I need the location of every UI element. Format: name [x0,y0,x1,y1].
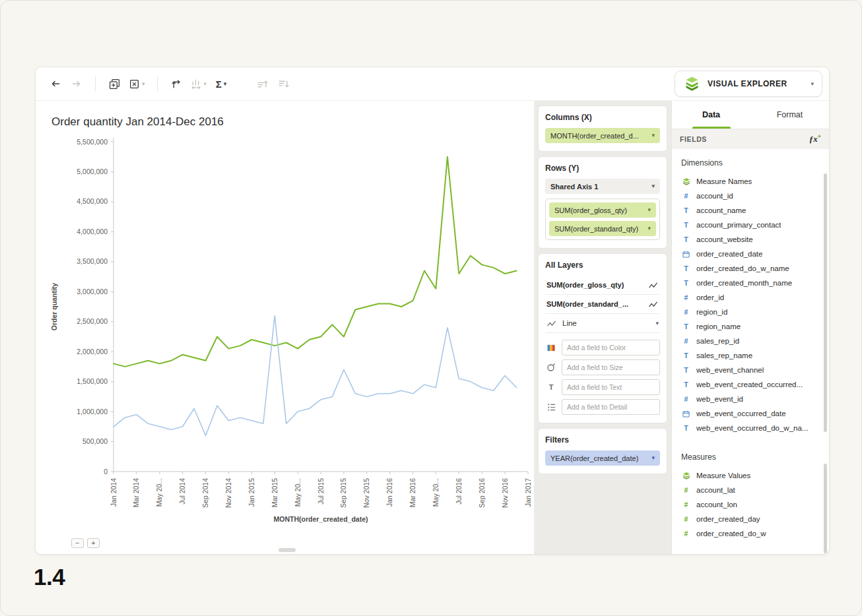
new-worksheet-icon [109,78,120,90]
rows-pill-sum-order-standard-qty[interactable]: SUM(order_standard_qty) ▾ [549,221,656,236]
new-worksheet-button[interactable] [105,74,123,94]
pill-label: YEAR(order_created_date) [550,454,638,462]
clear-worksheet-button[interactable]: ▾ [126,74,148,94]
layer-sum-order-standard-qty[interactable]: SUM(order_standard_... [545,295,660,314]
text-icon: T [681,381,691,388]
measures-scrollbar[interactable] [824,464,827,553]
field-name: web_event_occurred_date [696,410,786,417]
text-well-input[interactable] [562,379,660,395]
field-item-measure-values[interactable]: Measure Values [681,468,820,483]
field-item-region-name[interactable]: Tregion_name [681,319,820,334]
field-item-account-primary-contact[interactable]: Taccount_primary_contact [681,218,820,232]
shared-axis-pill-group: SUM(order_gloss_qty) ▾ SUM(order_standar… [545,199,660,240]
series-line-sum-order-standard-qty [114,316,517,436]
svg-text:Jan 2016: Jan 2016 [385,478,393,507]
number-icon: # [681,530,691,538]
swap-axes-button[interactable] [167,74,185,94]
svg-text:Jan 2014: Jan 2014 [110,478,117,507]
text-icon: T [681,221,691,229]
forward-arrow-icon [71,78,83,89]
field-item-web-event-occurred-date[interactable]: web_event_occurred_date [681,406,820,421]
field-item-order-created-do-w-name[interactable]: Torder_created_do_w_name [681,261,820,276]
number-icon: # [681,337,691,345]
svg-text:2,000,000: 2,000,000 [77,348,108,355]
mark-type-select[interactable]: Line ▾ [545,314,660,333]
sort-descending-button[interactable] [274,74,292,94]
field-item-order-created-do-w[interactable]: #order_created_do_w [681,526,820,541]
svg-text:2,500,000: 2,500,000 [77,317,108,325]
chevron-down-icon: ▾ [224,81,227,87]
tab-format[interactable]: Format [750,101,829,129]
field-name: account_name [696,206,746,214]
field-item-sales-rep-id[interactable]: #sales_rep_id [681,334,820,348]
field-item-order-id[interactable]: #order_id [681,290,820,305]
field-item-account-lon[interactable]: #account_lon [681,497,820,512]
field-name: sales_rep_name [696,352,752,359]
field-item-region-id[interactable]: #region_id [681,305,820,319]
fields-header: FIELDS [680,135,707,143]
zoom-in-button[interactable]: + [87,538,100,548]
chevron-down-icon: ▾ [647,226,651,231]
size-icon[interactable] [545,363,557,372]
mark-type-label: Line [562,319,577,327]
text-icon: T [681,206,691,214]
field-name: web_event_channel [696,366,764,374]
filter-pill-year-order-created-date[interactable]: YEAR(order_created_date) ▾ [545,450,660,466]
horizontal-scroll-handle[interactable] [279,548,296,552]
chevron-down-icon: ▾ [651,455,655,461]
field-item-web-event-channel[interactable]: Tweb_event_channel [681,363,820,377]
columns-pill-month-order-created-date[interactable]: MONTH(order_created_d... ▾ [545,128,660,143]
tab-data[interactable]: Data [672,101,750,129]
layer-sum-order-gloss-qty[interactable]: SUM(order_gloss_qty) [545,276,660,295]
measure-stack-icon [681,472,691,479]
field-item-order-created-date[interactable]: order_created_date [681,247,820,261]
field-item-order-created-day[interactable]: #order_created_day [681,512,820,526]
field-item-order-created-month-name[interactable]: Torder_created_month_name [681,276,820,290]
app-window: ▾ ▾ Σ ▾ [35,67,830,555]
aggregation-button[interactable]: Σ ▾ [212,74,230,94]
svg-text:1,500,000: 1,500,000 [77,377,108,385]
text-icon: T [681,264,691,272]
visual-explorer-button[interactable]: VISUAL EXPLORER ▾ [675,71,822,97]
svg-text:Nov 2016: Nov 2016 [501,478,509,508]
color-icon[interactable] [545,344,557,352]
chevron-down-icon: ▾ [655,321,659,326]
field-item-sales-rep-name[interactable]: Tsales_rep_name [681,348,820,363]
chevron-down-icon: ▾ [142,81,145,87]
field-item-web-event-id[interactable]: #web_event_id [681,392,820,406]
svg-text:Mar 2015: Mar 2015 [271,478,279,508]
measures-list: Measure Values#account_lat#account_lon#o… [681,468,820,541]
color-well-input[interactable] [562,340,660,355]
zoom-out-button[interactable]: − [71,538,84,548]
number-icon: # [681,486,691,494]
text-well: T [545,379,660,395]
size-well [545,359,660,375]
text-icon[interactable]: T [545,383,557,391]
forward-button[interactable] [67,74,86,94]
dimensions-scrollbar[interactable] [824,173,827,432]
number-icon: # [681,308,691,316]
add-calculated-field-button[interactable]: ƒx+ [809,133,821,144]
field-item-account-id[interactable]: #account_id [681,189,820,203]
svg-text:3,500,000: 3,500,000 [77,257,108,265]
calendar-icon [681,410,691,417]
sort-ascending-button[interactable] [253,74,271,94]
sort-descending-icon [278,78,289,90]
field-item-account-website[interactable]: Taccount_website [681,232,820,247]
size-well-input[interactable] [562,359,660,375]
back-button[interactable] [46,74,65,94]
back-arrow-icon [50,78,61,89]
rows-pill-sum-order-gloss-qty[interactable]: SUM(order_gloss_qty) ▾ [549,202,656,218]
shared-axis-dropdown[interactable]: Shared Axis 1 ▾ [545,179,660,194]
field-item-measure-names[interactable]: Measure Names [681,174,820,189]
chart-canvas[interactable]: 0500,0001,000,0001,500,0002,000,0002,500… [49,131,534,544]
field-name: order_created_day [696,515,760,523]
field-item-account-name[interactable]: Taccount_name [681,203,820,218]
detail-well-input[interactable] [562,399,660,415]
clear-worksheet-icon [129,78,140,90]
field-item-web-event-created-occurred[interactable]: Tweb_event_created_occurred... [681,377,820,392]
field-item-web-event-occurred-do-w-na[interactable]: Tweb_event_occurred_do_w_na... [681,421,820,435]
field-item-account-lat[interactable]: #account_lat [681,483,820,497]
detail-icon[interactable] [545,403,557,412]
axis-fit-button[interactable]: ▾ [188,74,210,94]
